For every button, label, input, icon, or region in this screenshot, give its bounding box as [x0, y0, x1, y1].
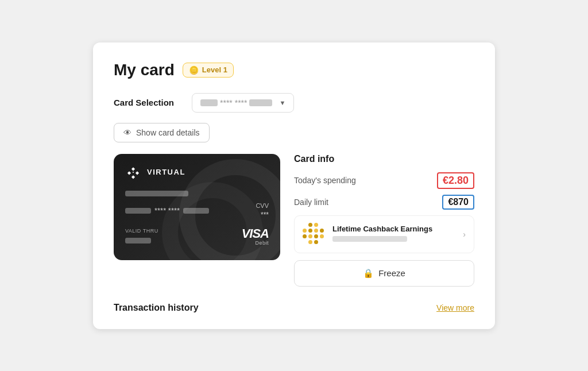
card-info-title: Card info — [294, 154, 474, 164]
cvv-value: *** — [261, 211, 269, 219]
visa-logo: VISA — [242, 227, 269, 240]
binance-logo-icon — [125, 164, 141, 180]
card-selection-row: Card Selection **** **** ▼ — [114, 93, 474, 113]
transaction-history-label: Transaction history — [114, 303, 199, 313]
visa-debit-label: Debit — [242, 240, 269, 246]
card-page: My card 🪙 Level 1 Card Selection **** **… — [93, 42, 495, 329]
card-second-row: **** **** CVV *** — [125, 202, 269, 219]
card-stars-middle: **** **** — [154, 206, 180, 215]
card-bottom-row: VALID THRU VISA Debit — [125, 227, 269, 246]
card-number-row — [125, 188, 269, 199]
cashback-title: Lifetime Cashback Earnings — [332, 225, 456, 233]
freeze-button[interactable]: 🔒 Freeze — [294, 260, 474, 287]
visa-section: VISA Debit — [242, 227, 269, 246]
cashback-amount-blurred — [332, 236, 407, 242]
card-icon: 🪙 — [189, 65, 199, 75]
limit-label: Daily limit — [294, 198, 328, 207]
spending-label: Today's spending — [294, 176, 356, 185]
spending-value: €2.80 — [437, 172, 474, 189]
virtual-card: VIRTUAL **** **** CVV *** VALID THRU — [114, 154, 280, 260]
card-selection-label: Card Selection — [114, 98, 183, 107]
page-title: My card — [114, 61, 175, 79]
cvv-label: CVV — [256, 202, 269, 209]
card-blur-right — [249, 99, 272, 106]
spending-row: Today's spending €2.80 — [294, 172, 474, 189]
card-number-blurred — [125, 191, 188, 196]
chevron-down-icon: ▼ — [279, 99, 285, 106]
card-partial-blurred — [125, 208, 151, 214]
card-selector-dropdown[interactable]: **** **** ▼ — [192, 93, 294, 113]
main-content: VIRTUAL **** **** CVV *** VALID THRU — [114, 154, 474, 287]
cashback-row[interactable]: Lifetime Cashback Earnings › — [294, 215, 474, 253]
lock-icon: 🔒 — [363, 268, 374, 279]
cvv-section: CVV *** — [256, 202, 269, 219]
show-details-label: Show card details — [136, 128, 200, 137]
level-badge: 🪙 Level 1 — [183, 63, 234, 78]
card-masked-number: **** **** — [200, 98, 272, 107]
cashback-icon — [303, 223, 326, 246]
eye-icon: 👁 — [123, 128, 131, 137]
valid-thru-label: VALID THRU — [125, 228, 158, 234]
card-type-label: VIRTUAL — [147, 168, 185, 176]
card-info-panel: Card info Today's spending €2.80 Daily l… — [294, 154, 474, 287]
limit-value: €870 — [442, 195, 474, 210]
valid-thru-date-blurred — [125, 238, 151, 244]
freeze-label: Freeze — [378, 268, 405, 278]
level-badge-text: Level 1 — [202, 65, 227, 74]
view-more-link[interactable]: View more — [436, 303, 474, 312]
card-partial-number: **** **** — [125, 206, 209, 215]
card-stars: **** **** — [220, 98, 247, 107]
card-top-row: VIRTUAL — [125, 164, 269, 180]
limit-row: Daily limit €870 — [294, 195, 474, 210]
card-partial-blurred-right — [183, 208, 209, 214]
valid-thru-section: VALID THRU — [125, 228, 158, 246]
cashback-info: Lifetime Cashback Earnings — [332, 225, 456, 244]
page-header: My card 🪙 Level 1 — [114, 61, 474, 79]
chevron-right-icon: › — [463, 230, 466, 239]
transaction-section: Transaction history View more — [114, 299, 474, 313]
card-blur-left — [200, 99, 218, 106]
show-card-details-button[interactable]: 👁 Show card details — [114, 123, 210, 142]
